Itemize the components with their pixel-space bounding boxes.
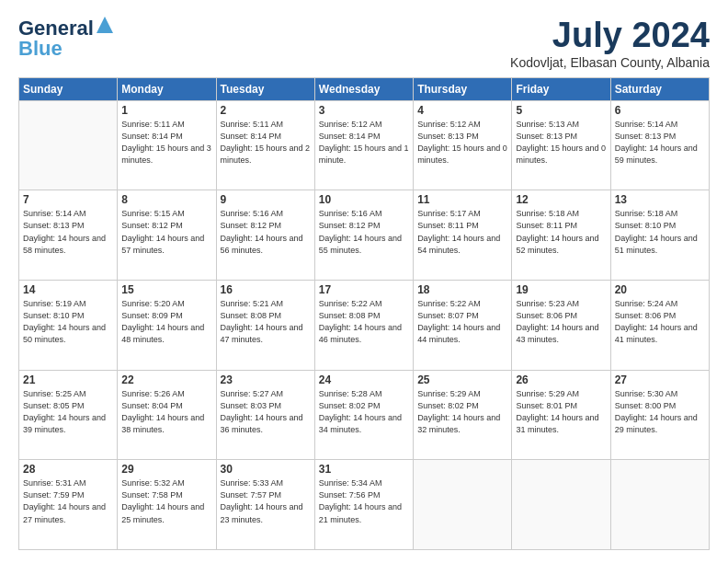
cell-info: Sunrise: 5:17 AMSunset: 8:11 PMDaylight:… (417, 208, 507, 256)
cell-info: Sunrise: 5:31 AMSunset: 7:59 PMDaylight:… (23, 477, 113, 525)
table-row: 30Sunrise: 5:33 AMSunset: 7:57 PMDayligh… (216, 460, 314, 550)
svg-marker-0 (97, 17, 113, 33)
cell-info: Sunrise: 5:24 AMSunset: 8:06 PMDaylight:… (615, 298, 705, 346)
day-number: 10 (319, 193, 409, 206)
cell-info: Sunrise: 5:32 AMSunset: 7:58 PMDaylight:… (121, 477, 211, 525)
week-row-0: 1Sunrise: 5:11 AMSunset: 8:14 PMDaylight… (19, 100, 710, 190)
table-row: 11Sunrise: 5:17 AMSunset: 8:11 PMDayligh… (414, 190, 512, 281)
day-number: 23 (221, 373, 311, 386)
table-row: 2Sunrise: 5:11 AMSunset: 8:14 PMDaylight… (216, 100, 314, 190)
cell-info: Sunrise: 5:11 AMSunset: 8:14 PMDaylight:… (121, 119, 211, 167)
week-row-2: 14Sunrise: 5:19 AMSunset: 8:10 PMDayligh… (19, 281, 710, 371)
day-number: 2 (221, 104, 311, 117)
day-number: 7 (23, 193, 113, 206)
table-row: 14Sunrise: 5:19 AMSunset: 8:10 PMDayligh… (19, 281, 118, 371)
col-saturday: Saturday (610, 77, 709, 100)
table-row: 23Sunrise: 5:27 AMSunset: 8:03 PMDayligh… (216, 370, 314, 460)
table-row (414, 460, 512, 550)
table-row: 7Sunrise: 5:14 AMSunset: 8:13 PMDaylight… (19, 190, 118, 281)
table-row: 20Sunrise: 5:24 AMSunset: 8:06 PMDayligh… (610, 281, 709, 371)
table-row: 9Sunrise: 5:16 AMSunset: 8:12 PMDaylight… (216, 190, 314, 281)
col-tuesday: Tuesday (216, 77, 314, 100)
cell-info: Sunrise: 5:22 AMSunset: 8:07 PMDaylight:… (417, 298, 507, 346)
logo-icon (97, 17, 113, 33)
day-number: 28 (23, 463, 113, 476)
day-number: 14 (23, 283, 113, 296)
day-number: 4 (417, 104, 507, 117)
cell-info: Sunrise: 5:13 AMSunset: 8:13 PMDaylight:… (516, 119, 606, 167)
day-number: 13 (615, 193, 705, 206)
cell-info: Sunrise: 5:18 AMSunset: 8:11 PMDaylight:… (516, 208, 606, 256)
table-row (19, 100, 118, 190)
table-row: 22Sunrise: 5:26 AMSunset: 8:04 PMDayligh… (118, 370, 216, 460)
day-number: 20 (615, 283, 705, 296)
month-title: July 2024 (510, 17, 710, 55)
table-row: 5Sunrise: 5:13 AMSunset: 8:13 PMDaylight… (512, 100, 610, 190)
cell-info: Sunrise: 5:22 AMSunset: 8:08 PMDaylight:… (319, 298, 409, 346)
table-row: 27Sunrise: 5:30 AMSunset: 8:00 PMDayligh… (610, 370, 709, 460)
cell-info: Sunrise: 5:16 AMSunset: 8:12 PMDaylight:… (319, 208, 409, 256)
col-wednesday: Wednesday (314, 77, 413, 100)
day-number: 5 (516, 104, 606, 117)
day-number: 1 (121, 104, 211, 117)
week-row-1: 7Sunrise: 5:14 AMSunset: 8:13 PMDaylight… (19, 190, 710, 281)
header-row: Sunday Monday Tuesday Wednesday Thursday… (19, 77, 710, 100)
table-row: 6Sunrise: 5:14 AMSunset: 8:13 PMDaylight… (610, 100, 709, 190)
day-number: 12 (516, 193, 606, 206)
day-number: 26 (516, 373, 606, 386)
day-number: 19 (516, 283, 606, 296)
table-row: 3Sunrise: 5:12 AMSunset: 8:14 PMDaylight… (314, 100, 413, 190)
table-row: 4Sunrise: 5:12 AMSunset: 8:13 PMDaylight… (414, 100, 512, 190)
table-row: 26Sunrise: 5:29 AMSunset: 8:01 PMDayligh… (512, 370, 610, 460)
day-number: 21 (23, 373, 113, 386)
cell-info: Sunrise: 5:34 AMSunset: 7:56 PMDaylight:… (319, 477, 409, 525)
table-row: 31Sunrise: 5:34 AMSunset: 7:56 PMDayligh… (314, 460, 413, 550)
day-number: 17 (319, 283, 409, 296)
cell-info: Sunrise: 5:20 AMSunset: 8:09 PMDaylight:… (121, 298, 211, 346)
day-number: 25 (417, 373, 507, 386)
title-area: July 2024 Kodovljat, Elbasan County, Alb… (510, 17, 710, 70)
cell-info: Sunrise: 5:14 AMSunset: 8:13 PMDaylight:… (23, 208, 113, 256)
day-number: 16 (221, 283, 311, 296)
table-row: 10Sunrise: 5:16 AMSunset: 8:12 PMDayligh… (314, 190, 413, 281)
cell-info: Sunrise: 5:12 AMSunset: 8:13 PMDaylight:… (417, 119, 507, 167)
logo: General Blue (18, 17, 113, 61)
cell-info: Sunrise: 5:11 AMSunset: 8:14 PMDaylight:… (221, 119, 311, 167)
subtitle: Kodovljat, Elbasan County, Albania (510, 55, 710, 70)
day-number: 9 (221, 193, 311, 206)
day-number: 3 (319, 104, 409, 117)
table-row: 16Sunrise: 5:21 AMSunset: 8:08 PMDayligh… (216, 281, 314, 371)
table-row: 28Sunrise: 5:31 AMSunset: 7:59 PMDayligh… (19, 460, 118, 550)
table-row: 25Sunrise: 5:29 AMSunset: 8:02 PMDayligh… (414, 370, 512, 460)
cell-info: Sunrise: 5:27 AMSunset: 8:03 PMDaylight:… (221, 388, 311, 436)
day-number: 31 (319, 463, 409, 476)
table-row: 1Sunrise: 5:11 AMSunset: 8:14 PMDaylight… (118, 100, 216, 190)
col-thursday: Thursday (414, 77, 512, 100)
cell-info: Sunrise: 5:28 AMSunset: 8:02 PMDaylight:… (319, 388, 409, 436)
table-row (610, 460, 709, 550)
day-number: 15 (121, 283, 211, 296)
col-sunday: Sunday (19, 77, 118, 100)
col-monday: Monday (118, 77, 216, 100)
day-number: 18 (417, 283, 507, 296)
cell-info: Sunrise: 5:14 AMSunset: 8:13 PMDaylight:… (615, 119, 705, 167)
day-number: 24 (319, 373, 409, 386)
day-number: 29 (121, 463, 211, 476)
week-row-3: 21Sunrise: 5:25 AMSunset: 8:05 PMDayligh… (19, 370, 710, 460)
cell-info: Sunrise: 5:16 AMSunset: 8:12 PMDaylight:… (221, 208, 311, 256)
cell-info: Sunrise: 5:30 AMSunset: 8:00 PMDaylight:… (615, 388, 705, 436)
day-number: 8 (121, 193, 211, 206)
cell-info: Sunrise: 5:12 AMSunset: 8:14 PMDaylight:… (319, 119, 409, 167)
table-row: 8Sunrise: 5:15 AMSunset: 8:12 PMDaylight… (118, 190, 216, 281)
table-row: 18Sunrise: 5:22 AMSunset: 8:07 PMDayligh… (414, 281, 512, 371)
day-number: 22 (121, 373, 211, 386)
cell-info: Sunrise: 5:29 AMSunset: 8:01 PMDaylight:… (516, 388, 606, 436)
table-row: 17Sunrise: 5:22 AMSunset: 8:08 PMDayligh… (314, 281, 413, 371)
day-number: 30 (221, 463, 311, 476)
col-friday: Friday (512, 77, 610, 100)
cell-info: Sunrise: 5:15 AMSunset: 8:12 PMDaylight:… (121, 208, 211, 256)
logo-blue: Blue (18, 37, 63, 61)
cell-info: Sunrise: 5:23 AMSunset: 8:06 PMDaylight:… (516, 298, 606, 346)
cell-info: Sunrise: 5:25 AMSunset: 8:05 PMDaylight:… (23, 388, 113, 436)
table-row: 12Sunrise: 5:18 AMSunset: 8:11 PMDayligh… (512, 190, 610, 281)
